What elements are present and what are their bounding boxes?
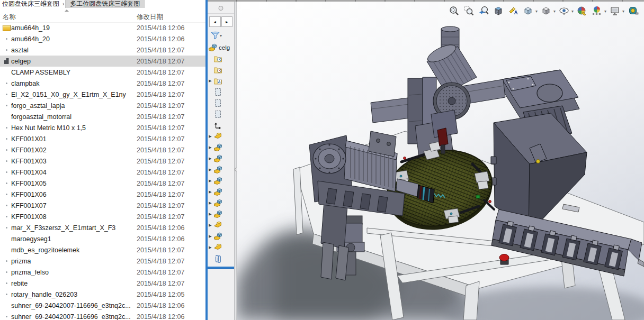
tree-item-component[interactable]: ▶ [208,164,234,175]
zoom-to-fit-button[interactable] [448,4,461,17]
file-row[interactable]: KFF001X06 2015/4/18 12:07 [0,189,205,200]
tree-item-component[interactable]: ▶ [208,208,234,220]
dynamic-annotation-views-button[interactable] [507,4,520,17]
file-row[interactable]: suhner_69-24042007-116696_e3tnq2c... 201… [0,311,205,320]
file-row[interactable]: maroegyseg1 2015/4/18 12:06 [0,233,205,244]
tree-item-component[interactable]: ▶ [208,231,234,242]
file-row[interactable]: amu664h_19 2015/4/18 12:06 [0,22,205,33]
rollback-bar[interactable] [208,267,234,269]
tree-item-sensors[interactable] [208,64,234,75]
file-row[interactable]: KFF001X04 2015/4/18 12:07 [0,167,205,178]
column-header-date[interactable]: 修改日期 [137,13,163,22]
tree-item-top-plane[interactable] [208,97,234,108]
file-date: 2015/4/18 12:07 [137,135,184,143]
nav-back-button[interactable]: ◄ [209,16,221,27]
tree-item-root-assembly[interactable]: celg [208,42,234,53]
tree-item-annotations[interactable]: ▶ [208,75,234,86]
chevron-down-icon[interactable]: ▾ [622,9,624,14]
file-row[interactable]: Hex Nut Metric M10 x 1,5 2015/4/18 12:07 [0,122,205,133]
file-row[interactable]: prizma_felso 2015/4/18 12:07 [0,267,205,278]
expand-arrow-icon[interactable]: ▶ [208,245,213,250]
file-name: KFF001X07 [11,202,133,209]
chevron-down-icon[interactable]: ▾ [604,9,606,14]
tree-item-mates[interactable] [208,253,234,264]
file-row[interactable]: prizma 2015/4/18 12:07 [0,255,205,267]
expand-arrow-icon[interactable]: ▶ [208,190,213,194]
file-row[interactable]: celgep 2015/4/18 12:07 [0,56,205,67]
expand-arrow-icon[interactable]: ▶ [208,168,213,172]
breadcrumb-parent[interactable]: 位圆盘铣床三维套图 [0,0,61,8]
edit-appearance-button[interactable] [576,4,589,17]
tree-item-front-plane[interactable] [208,86,234,97]
magnify-button[interactable] [627,4,640,17]
file-row[interactable]: CLAMP ASSEMBLY 2015/4/18 12:07 [0,67,205,78]
expand-arrow-icon[interactable]: ▶ [208,79,213,83]
file-row[interactable]: forgoasztal_motorral 2015/4/18 12:07 [0,111,205,122]
filter-control[interactable]: ▾ [208,29,234,42]
tree-item-component[interactable]: ▶ [208,186,234,197]
chevron-down-icon[interactable]: ▾ [571,9,574,14]
tree-item-component[interactable]: ▶ [208,242,234,253]
expand-arrow-icon[interactable]: ▶ [208,223,213,227]
tree-item-right-plane[interactable] [208,108,234,120]
view-settings-button[interactable] [609,4,622,17]
file-row[interactable]: amu664h_20 2015/4/18 12:06 [0,33,205,44]
graphics-area[interactable]: ▾ ▾ ▾ [237,2,644,320]
file-date: 2015/4/18 12:07 [137,269,184,276]
file-date: 2015/4/18 12:07 [137,91,184,98]
file-row[interactable]: clampbak 2015/4/18 12:07 [0,78,205,89]
expand-arrow-icon[interactable]: ▶ [208,234,213,239]
hide-show-items-button[interactable] [558,4,571,17]
chevron-down-icon[interactable]: ▾ [535,9,538,14]
apply-scene-button[interactable] [591,4,604,17]
file-row[interactable]: KFF001X02 2015/4/18 12:07 [0,144,205,156]
file-row[interactable]: KFF001X03 2015/4/18 12:07 [0,156,205,167]
file-row[interactable]: KFF001X01 2015/4/18 12:07 [0,133,205,144]
file-name: KFF001X01 [11,135,133,143]
previous-view-button[interactable] [477,4,490,17]
file-row[interactable]: KFF001X08 2015/4/18 12:07 [0,211,205,222]
display-style-button[interactable] [540,4,553,17]
subassembly-icon [213,143,223,152]
tree-item-history[interactable] [208,53,234,64]
tree-item-component[interactable]: ▶ [208,153,234,164]
file-row[interactable]: mar_X_F3szersz_X_E1mtart_X_F3 2015/4/18 … [0,222,205,233]
expand-arrow-icon[interactable]: ▶ [208,134,213,139]
tree-item-component[interactable]: ▶ [208,175,234,186]
file-row[interactable]: mdb_es_rogzitoelemek 2015/4/18 12:07 [0,244,205,255]
expand-arrow-icon[interactable]: ▶ [208,212,213,216]
cad-model[interactable] [237,2,644,320]
file-row[interactable]: KFF001X07 2015/4/18 12:07 [0,200,205,211]
breadcrumb-current[interactable]: 多工位圆盘铣床三维套图 [65,0,145,8]
tree-item-component[interactable]: ▶ [208,142,234,153]
file-row[interactable]: rotary_handle_026203 2015/4/18 12:05 [0,289,205,300]
view-orientation-button[interactable] [522,4,535,17]
zoom-to-area-button[interactable] [462,4,476,17]
panel-grip[interactable] [208,2,234,14]
file-row[interactable]: El_X2_0151_X0_gy_X_E1rtm_X_E1ny 2015/4/1… [0,89,205,100]
solidworks-window: ◄ ► ▾ celg ▶ ▶ ▶ ▶ [205,0,644,320]
tree-item-component[interactable]: ▶ [208,220,234,231]
nav-forward-button[interactable]: ► [221,16,233,27]
file-row[interactable]: asztal 2015/4/18 12:07 [0,44,205,56]
file-row[interactable]: rebite 2015/4/18 12:07 [0,278,205,289]
file-name: asztal [11,47,133,54]
tree-item-component[interactable]: ▶ [208,197,234,208]
annotations-folder-icon [213,76,223,86]
expand-arrow-icon[interactable]: ▶ [208,157,213,161]
subassembly-icon [213,209,223,219]
tree-item-origin[interactable] [208,120,234,131]
chevron-down-icon[interactable]: ▾ [553,9,556,14]
section-view-button[interactable] [492,4,505,17]
tree-item-component[interactable]: ▶ [208,131,234,142]
file-row[interactable]: KFF001X05 2015/4/18 12:07 [0,178,205,189]
file-row[interactable]: suhner_69-24042007-116696_e3tnq2c... 201… [0,300,205,311]
expand-arrow-icon[interactable]: ▶ [208,145,213,150]
sort-ascending-icon[interactable] [65,10,69,12]
file-date: 2015/4/18 12:07 [137,47,184,54]
file-name: KFF001X06 [11,191,133,198]
expand-arrow-icon[interactable]: ▶ [208,201,213,205]
expand-arrow-icon[interactable]: ▶ [208,179,213,183]
column-header-name[interactable]: 名称 [3,13,16,22]
file-row[interactable]: forgo_asztal_lapja 2015/4/18 12:07 [0,100,205,111]
